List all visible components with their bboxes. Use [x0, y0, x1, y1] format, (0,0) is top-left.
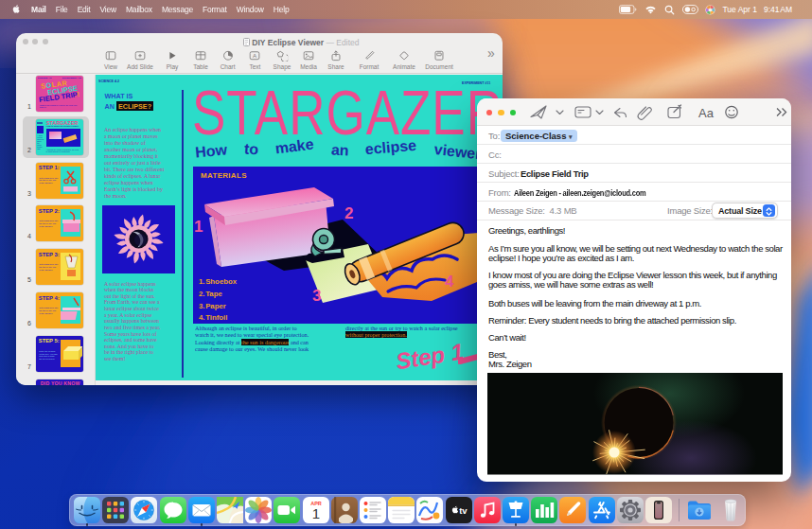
svg-text:tv: tv — [459, 505, 468, 516]
svg-text:1: 1 — [311, 505, 319, 521]
svg-text:Aa: Aa — [698, 106, 715, 120]
svg-text:A: A — [253, 52, 257, 59]
